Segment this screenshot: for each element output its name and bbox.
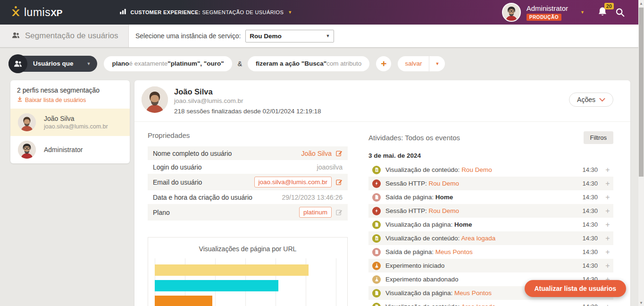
chevron-down-icon (599, 98, 605, 102)
page-exit-icon (372, 248, 381, 256)
condition-segment: é exatamente (129, 60, 167, 67)
segment-subject-label: Usuários que (33, 60, 74, 67)
activity-time: 14:30 (579, 235, 598, 242)
add-activity-detail-icon[interactable]: + (605, 207, 611, 215)
add-activity-detail-icon[interactable]: + (605, 262, 611, 270)
activity-row: Saída de página: Meus Pontos 14:30 + (368, 245, 613, 259)
activity-row: Sessão HTTP: Rou Demo 14:30 + (368, 204, 613, 218)
activity-time: 14:30 (579, 207, 598, 214)
user-menu[interactable]: Administrator PRODUÇÃO (527, 4, 568, 21)
selected-instance: Rou Demo (250, 33, 282, 40)
chart-plot-area (155, 258, 341, 306)
property-row: Nome completo do usuário João Silva (148, 146, 348, 160)
property-value-text[interactable]: joao.silva@lumis.com.br (254, 177, 332, 187)
chevron-down-icon[interactable]: ▼ (580, 10, 585, 15)
avatar[interactable] (502, 3, 521, 22)
property-value: platinum (299, 207, 343, 218)
content-view-icon (372, 303, 381, 306)
activity-target[interactable]: Meus Pontos (435, 248, 473, 255)
segment-subject-dropdown[interactable]: Usuários que ▼ (8, 56, 97, 72)
activity-target[interactable]: Rou Demo (429, 207, 460, 214)
activity-target[interactable]: Rou Demo (429, 180, 460, 187)
add-activity-detail-icon[interactable]: + (605, 248, 611, 256)
profile-list-item[interactable]: Administrator (10, 136, 130, 163)
property-value-text: 29/12/2023 13:46:26 (282, 194, 343, 201)
property-value-text[interactable]: João Silva (301, 150, 332, 157)
activity-row: Saída de página: Home 14:30 + (368, 190, 613, 204)
notification-count-badge: 20 (604, 3, 614, 9)
actions-button[interactable]: Ações (569, 93, 613, 107)
properties-title: Propriedades (148, 131, 348, 139)
chevron-down-icon: ▼ (288, 10, 292, 15)
pageviews-chart: Visualizações de página por URL (148, 237, 348, 306)
module-selector[interactable]: CUSTOMER EXPERIENCE: SEGMENTAÇÃO DE USUÁ… (119, 8, 293, 17)
profile-header: João Silva joao.silva@lumis.com.br 218 s… (134, 80, 630, 122)
page-exit-icon (372, 193, 381, 202)
edit-icon[interactable] (335, 150, 343, 157)
scrollbar-thumb[interactable] (639, 8, 644, 177)
add-activity-detail-icon[interactable]: + (605, 193, 611, 202)
user-name: Administrator (527, 4, 568, 12)
activity-target[interactable]: Meus Pontos (454, 289, 492, 297)
property-row: Data e hora da criação do usuário 29/12/… (148, 190, 348, 204)
add-activity-detail-icon[interactable]: + (605, 303, 611, 306)
profiles-panel: 2 perfis nessa segmentação Baixar lista … (10, 80, 130, 163)
activity-text: Visualização de conteúdo: Area logada (385, 235, 579, 242)
profile-email: joao.silva@lumis.com.br (174, 97, 321, 104)
download-user-list-link[interactable]: Baixar lista de usuários (17, 96, 123, 103)
edit-icon[interactable] (335, 209, 343, 216)
profile-email: joao.silva@lumis.com.br (44, 123, 108, 130)
add-condition-button[interactable]: + (376, 56, 391, 71)
refresh-user-list-button[interactable]: Atualizar lista de usuários (525, 280, 627, 297)
scroll-up-arrow-icon[interactable]: ▲ (638, 0, 644, 7)
page-title-section: Segmentação de usuários (0, 25, 129, 47)
chevron-down-icon: ▼ (326, 34, 330, 38)
condition-segment: "platinum", "ouro" (167, 60, 224, 67)
filter-condition-pill[interactable]: fizeram a ação "Busca" com atributo (248, 56, 369, 71)
chevron-down-icon: ▼ (87, 61, 91, 66)
user-detail-panel: João Silva joao.silva@lumis.com.br 218 s… (134, 80, 630, 306)
activity-time: 14:30 (579, 248, 598, 255)
edit-icon[interactable] (335, 178, 343, 186)
activity-target[interactable]: Rou Demo (461, 166, 492, 173)
lumisxp-logo[interactable]: lumisXP (10, 5, 63, 19)
service-instance-select[interactable]: Rou Demo ▼ (245, 30, 334, 42)
logo-text: lumisXP (24, 6, 63, 19)
profile-list-item[interactable]: João Silva joao.silva@lumis.com.br (10, 109, 130, 136)
save-button[interactable]: salvar (398, 56, 429, 71)
activity-target[interactable]: Area logada (461, 235, 495, 242)
search-icon[interactable] (615, 7, 625, 17)
activity-row: Sessão HTTP: Rou Demo 14:30 + (368, 177, 613, 190)
vertical-scrollbar[interactable]: ▲ ▼ (638, 0, 644, 306)
add-activity-detail-icon[interactable]: + (605, 179, 611, 188)
activity-time: 14:30 (579, 262, 598, 269)
activity-row: Visualização da página: Home 14:30 + (368, 218, 613, 231)
notifications-button[interactable]: 20 (597, 6, 609, 18)
activity-row: Experimento iniciado 14:30 + (368, 259, 613, 272)
save-segment-split-button: salvar ▼ (398, 56, 445, 71)
profile-name: Administrator (44, 146, 83, 153)
property-label: Login do usuário (153, 163, 317, 171)
activity-text: Visualização de conteúdo: Area logada (385, 303, 579, 306)
scroll-down-arrow-icon[interactable]: ▼ (638, 299, 644, 306)
property-label: Data e hora da criação do usuário (153, 194, 282, 201)
avatar (18, 141, 36, 159)
activity-row: Visualização de conteúdo: Area logada 14… (368, 300, 613, 306)
condition-joiner: & (238, 60, 242, 68)
activity-target: Home (454, 221, 472, 228)
add-activity-detail-icon[interactable]: + (605, 166, 611, 174)
property-value: João Silva (301, 150, 343, 157)
property-row: Email do usuário joao.silva@lumis.com.br (148, 174, 348, 190)
property-value-text[interactable]: platinum (299, 207, 332, 218)
filter-condition-pill[interactable]: plano é exatamente "platinum", "ouro" (104, 56, 232, 71)
filters-button[interactable]: Filtros (584, 131, 613, 144)
activity-target[interactable]: Area logada (461, 303, 495, 306)
download-icon (17, 96, 23, 103)
activities-date-header: 3 de mai. de 2024 (368, 152, 613, 159)
http-session-icon (372, 179, 381, 188)
add-activity-detail-icon[interactable]: + (605, 221, 611, 229)
property-value: joaosilva (317, 163, 343, 171)
chevron-down-icon[interactable]: ▼ (429, 56, 445, 71)
add-activity-detail-icon[interactable]: + (605, 234, 611, 243)
chart-bar (155, 280, 278, 291)
